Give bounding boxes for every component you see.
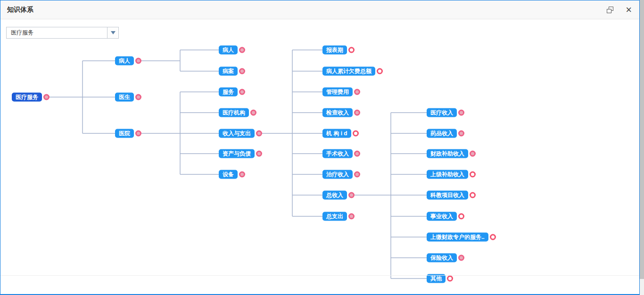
tree-node[interactable]: 设备: [219, 170, 238, 179]
select-value: 医疗服务: [7, 27, 107, 38]
tree-node[interactable]: 病人: [115, 57, 134, 66]
node-toggle-dot[interactable]: [135, 58, 141, 64]
node-toggle-dot[interactable]: [135, 131, 141, 137]
tree-node[interactable]: 保险收入: [427, 254, 457, 262]
node-toggle-dot[interactable]: [256, 151, 262, 157]
tree-node[interactable]: 服务: [219, 88, 238, 97]
node-toggle-dot[interactable]: [239, 47, 245, 53]
tree-connector-lines: [0, 0, 640, 295]
node-toggle-dot[interactable]: [354, 110, 360, 116]
node-toggle-dot[interactable]: [354, 151, 360, 157]
node-toggle-dot[interactable]: [135, 94, 141, 100]
node-toggle-dot[interactable]: [354, 172, 360, 178]
window-title: 知识体系: [7, 6, 33, 14]
knowledge-system-window: 医疗服务病人医生医院病人病案服务医疗机构收入与支出资产与负债设备报表期病人累计欠…: [0, 0, 640, 295]
chevron-down-icon: [111, 31, 116, 34]
tree-node[interactable]: 检查收入: [322, 108, 353, 117]
node-toggle-dot[interactable]: [43, 94, 50, 100]
node-toggle-dot[interactable]: [470, 151, 476, 157]
tree-node[interactable]: 资产与负债: [219, 149, 255, 158]
tree-node[interactable]: 总支出: [322, 212, 347, 221]
tree-node[interactable]: 总收入: [322, 191, 347, 200]
close-icon[interactable]: ×: [626, 7, 632, 13]
node-toggle-dot[interactable]: [458, 131, 464, 137]
window-controls: ×: [607, 7, 632, 13]
node-toggle-dot[interactable]: [353, 131, 359, 137]
tree-node[interactable]: 医疗机构: [219, 108, 249, 117]
node-toggle-dot[interactable]: [470, 172, 476, 178]
node-toggle-dot[interactable]: [377, 68, 383, 74]
tree-node[interactable]: 科教项目收入: [427, 191, 468, 200]
tree-node[interactable]: 上缴财政专户的服务..: [427, 233, 488, 242]
tree-node[interactable]: 病案: [219, 67, 238, 76]
tree-node[interactable]: 报表期: [322, 46, 347, 55]
node-toggle-dot[interactable]: [458, 255, 464, 261]
tree-node[interactable]: 收入与支出: [219, 129, 255, 138]
node-toggle-dot[interactable]: [470, 192, 476, 198]
node-toggle-dot[interactable]: [348, 47, 355, 53]
node-toggle-dot[interactable]: [348, 213, 355, 220]
node-toggle-dot[interactable]: [250, 110, 256, 116]
node-toggle-dot[interactable]: [348, 192, 355, 198]
node-toggle-dot[interactable]: [458, 110, 464, 116]
node-toggle-dot[interactable]: [354, 89, 360, 95]
node-toggle-dot[interactable]: [239, 172, 245, 178]
tree-node[interactable]: 药品收入: [427, 129, 457, 138]
tree-canvas: 医疗服务病人医生医院病人病案服务医疗机构收入与支出资产与负债设备报表期病人累计欠…: [0, 0, 640, 295]
tree-node[interactable]: 治疗收入: [322, 170, 353, 179]
node-toggle-dot[interactable]: [239, 89, 245, 95]
node-toggle-dot[interactable]: [458, 213, 464, 220]
node-toggle-dot[interactable]: [239, 68, 245, 74]
tree-node[interactable]: 医生: [115, 93, 134, 102]
tree-node[interactable]: 医院: [115, 129, 134, 138]
restore-window-icon[interactable]: [607, 7, 613, 13]
tree-node[interactable]: 医疗服务: [12, 93, 42, 102]
titlebar: 知识体系 ×: [0, 0, 639, 19]
node-toggle-dot[interactable]: [447, 276, 453, 282]
tree-node[interactable]: 手术收入: [322, 149, 353, 158]
tree-node[interactable]: 上级补助收入: [427, 170, 468, 179]
scrollbar-thumb[interactable]: [640, 0, 644, 279]
tree-node[interactable]: 病人: [219, 46, 238, 55]
knowledge-base-select[interactable]: 医疗服务: [6, 27, 119, 39]
tree-node[interactable]: 病人累计欠费总额: [322, 67, 375, 76]
node-toggle-dot[interactable]: [490, 234, 496, 240]
tree-node[interactable]: 医疗收入: [427, 108, 457, 117]
restore-front-square: [607, 9, 611, 13]
vertical-scrollbar[interactable]: [640, 0, 644, 295]
dropdown-arrow-button[interactable]: [107, 27, 118, 38]
tree-node[interactable]: 机 构 i d: [322, 129, 351, 138]
tree-node[interactable]: 财政补助收入: [427, 149, 468, 158]
tree-node[interactable]: 管理费用: [322, 88, 353, 97]
tree-node[interactable]: 事业收入: [427, 212, 457, 221]
footer-divider: [0, 275, 639, 276]
node-toggle-dot[interactable]: [256, 131, 262, 137]
